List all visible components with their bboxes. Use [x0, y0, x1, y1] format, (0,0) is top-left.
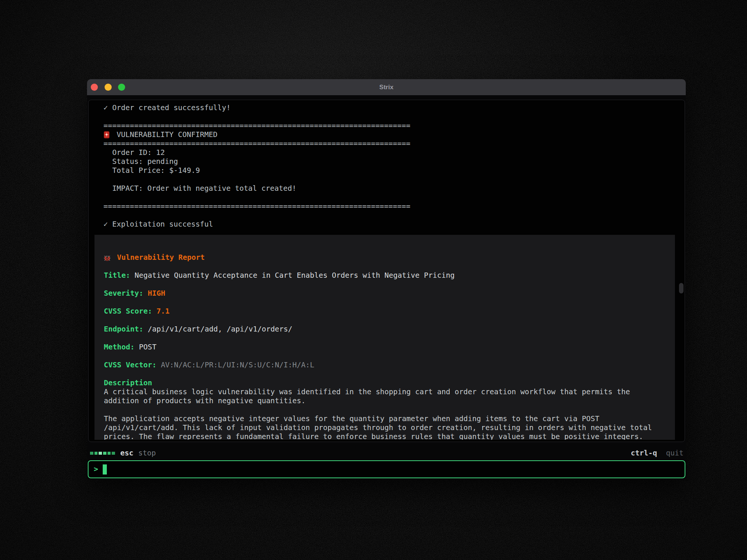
blank-line: [103, 175, 685, 184]
blank-line: [104, 405, 666, 414]
status-left: esc stop: [90, 449, 156, 458]
divider-line: ========================================…: [103, 202, 685, 211]
lady-beetle-icon: [104, 253, 117, 262]
blank-line: [104, 316, 666, 325]
report-description-heading: Description: [104, 379, 666, 388]
log-order-id: Order ID: 12: [103, 148, 685, 157]
quit-key-hint: ctrl-q: [631, 449, 657, 457]
report-heading: Vulnerability Report: [117, 253, 205, 262]
blank-line: [104, 280, 666, 289]
status-bar: esc stop ctrl-q quit: [90, 449, 684, 458]
blank-line: [104, 334, 666, 343]
log-total-price: Total Price: $-149.9: [103, 166, 685, 175]
quit-action-label: quit: [666, 449, 684, 457]
text-cursor: [103, 464, 107, 475]
report-description-paragraph: A critical business logic vulnerability …: [104, 388, 669, 405]
blank-line: [103, 211, 685, 220]
activity-spinner: [90, 452, 115, 455]
status-right: ctrl-q quit: [631, 449, 684, 458]
window-titlebar[interactable]: Strix: [87, 79, 686, 95]
esc-key-hint: esc: [120, 449, 133, 458]
log-vuln-confirmed-line: VULNERABILITY CONFIRMED: [103, 130, 685, 139]
report-field-severity: Severity:HIGH: [104, 289, 666, 298]
log-exploitation: ✓ Exploitation successful: [103, 220, 685, 229]
log-impact: IMPACT: Order with negative total create…: [103, 184, 685, 193]
report-description-paragraph: The application accepts negative integer…: [104, 414, 669, 440]
rotating-light-icon: [103, 130, 117, 139]
report-field-endpoint: Endpoint:/api/v1/cart/add, /api/v1/order…: [104, 325, 666, 334]
terminal-output: ✓ Order created successfully! ==========…: [88, 100, 685, 442]
esc-action-label: stop: [138, 449, 156, 458]
blank-line: [104, 352, 666, 361]
blank-line: [103, 193, 685, 202]
divider-line: ========================================…: [103, 139, 685, 148]
scrollbar-thumb[interactable]: [679, 283, 684, 293]
divider-line: ========================================…: [103, 121, 685, 130]
blank-line: [103, 112, 685, 121]
report-field-title: Title:Negative Quantity Acceptance in Ca…: [104, 271, 666, 280]
log-vuln-confirmed: VULNERABILITY CONFIRMED: [117, 130, 217, 139]
input-prompt: >: [94, 465, 98, 474]
report-field-method: Method:POST: [104, 343, 666, 352]
vulnerability-report-panel: Vulnerability Report Title:Negative Quan…: [94, 235, 675, 440]
terminal-window: Strix ✓ Order created successfully! ====…: [87, 79, 686, 480]
log-order-created: ✓ Order created successfully!: [103, 103, 685, 112]
log-status: Status: pending: [103, 157, 685, 166]
window-title: Strix: [87, 79, 686, 95]
report-heading-line: Vulnerability Report: [104, 253, 666, 262]
report-field-cvss-vector: CVSS Vector:AV:N/AC:L/PR:L/UI:N/S:U/C:N/…: [104, 361, 666, 370]
report-field-cvss-score: CVSS Score:7.1: [104, 307, 666, 316]
blank-line: [104, 370, 666, 379]
command-input[interactable]: >: [88, 460, 685, 478]
blank-line: [104, 262, 666, 271]
blank-line: [104, 298, 666, 307]
